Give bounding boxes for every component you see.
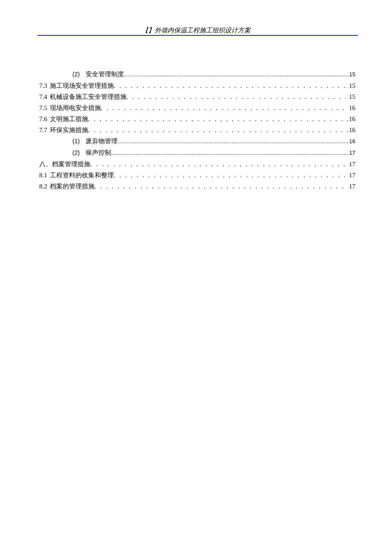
toc-page-number: 16: [348, 124, 355, 136]
toc-label: 档案管理措施: [52, 159, 90, 170]
toc-page-number: 17: [348, 170, 355, 181]
toc-label: 工程资料的收集和整理: [50, 170, 114, 181]
toc-marker: 7.5: [39, 102, 47, 113]
toc-row: 7.3施工现场安全管理措施15: [39, 80, 355, 91]
toc-row: 7.7环保实施措施16: [39, 124, 355, 136]
toc-label: 档案的管理措施: [50, 181, 95, 192]
toc-row: 7.5现场用电安全措施16: [39, 102, 355, 113]
toc-row: 8.1工程资料的收集和整理17: [39, 170, 355, 181]
toc-page-number: 15: [349, 69, 355, 80]
toc-leader: [88, 124, 348, 136]
toc-page-number: 15: [348, 80, 355, 91]
toc-row: 7.6文明施工措施16: [39, 113, 355, 124]
toc-marker: 7.6: [39, 113, 47, 124]
toc-leader: [101, 102, 348, 113]
toc-page-number: 16: [348, 102, 355, 113]
toc-marker: 8.1: [39, 170, 47, 181]
toc-leader: [90, 159, 348, 170]
toc-label: 施工现场安全管理措施: [50, 80, 114, 91]
toc-marker: (2): [72, 69, 80, 80]
toc-label: 废弃物管理: [86, 136, 118, 147]
header-title: 【】外墙内保温工程施工组织设计方案: [142, 27, 251, 34]
toc-leader: [111, 147, 348, 159]
toc-row: (1)废弃物管理16: [39, 136, 355, 147]
header-rule: [37, 35, 358, 36]
toc-marker: 7.3: [39, 80, 47, 91]
toc-label: 文明施工措施: [50, 113, 88, 124]
toc-marker: (2): [72, 147, 80, 158]
toc-label: 噪声控制: [86, 147, 111, 158]
toc-label: 现场用电安全措施: [50, 102, 101, 113]
toc-leader: [124, 69, 348, 80]
toc-leader: [127, 91, 348, 102]
toc-marker: 7.7: [39, 124, 47, 136]
toc-page-number: 17: [348, 181, 355, 192]
toc-page-number: 17: [349, 147, 355, 159]
toc-leader: [95, 181, 348, 192]
toc-marker: (1): [72, 136, 80, 147]
toc-leader: [114, 80, 348, 91]
table-of-contents: (2)安全管理制度157.3施工现场安全管理措施157.4机械设备施工安全管理措…: [39, 69, 355, 192]
toc-label: 机械设备施工安全管理措施: [50, 91, 127, 102]
toc-label: 环保实施措施: [50, 124, 88, 136]
toc-leader: [118, 136, 348, 147]
toc-page-number: 16: [349, 136, 355, 147]
toc-page-number: 17: [348, 159, 355, 170]
toc-row: 八、档案管理措施17: [39, 159, 355, 170]
toc-marker: 7.4: [39, 91, 47, 102]
toc-row: (2)安全管理制度15: [39, 69, 355, 80]
page-header: 【】外墙内保温工程施工组织设计方案: [0, 26, 392, 35]
toc-marker: 8.2: [39, 181, 47, 192]
toc-page-number: 16: [348, 113, 355, 124]
toc-page-number: 15: [348, 91, 355, 102]
toc-row: 7.4机械设备施工安全管理措施15: [39, 91, 355, 102]
toc-marker: 八、: [39, 159, 52, 170]
toc-label: 安全管理制度: [86, 69, 124, 80]
toc-leader: [88, 113, 348, 124]
toc-leader: [114, 170, 348, 181]
toc-row: 8.2档案的管理措施17: [39, 181, 355, 192]
toc-row: (2)噪声控制17: [39, 147, 355, 159]
